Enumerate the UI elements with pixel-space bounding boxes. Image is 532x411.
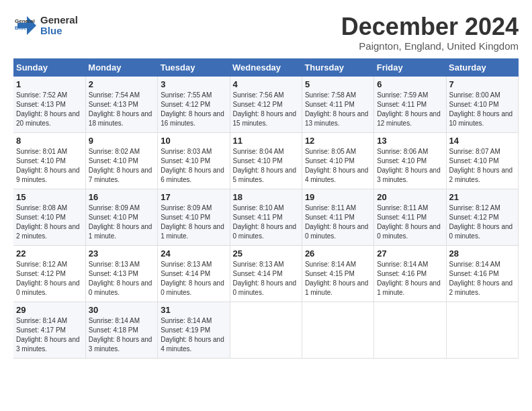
day-number: 5 (305, 79, 371, 89)
calendar-cell: 28Sunrise: 8:14 AMSunset: 4:16 PMDayligh… (446, 245, 518, 302)
day-info: Sunrise: 8:05 AMSunset: 4:10 PMDaylight:… (305, 147, 371, 185)
day-number: 28 (449, 248, 515, 259)
day-info: Sunrise: 8:01 AMSunset: 4:10 PMDaylight:… (16, 147, 83, 185)
location: Paignton, England, United Kingdom (341, 40, 519, 52)
calendar-cell: 14Sunrise: 8:07 AMSunset: 4:10 PMDayligh… (446, 132, 518, 189)
day-info: Sunrise: 8:03 AMSunset: 4:10 PMDaylight:… (161, 147, 226, 185)
calendar-cell: 2Sunrise: 7:54 AMSunset: 4:13 PMDaylight… (85, 77, 157, 133)
calendar-cell (230, 302, 302, 358)
calendar-week-row: 15Sunrise: 8:08 AMSunset: 4:10 PMDayligh… (13, 189, 519, 245)
day-info: Sunrise: 7:54 AMSunset: 4:13 PMDaylight:… (89, 91, 154, 128)
weekday-header-sunday: Sunday (13, 58, 85, 77)
calendar-cell: 29Sunrise: 8:14 AMSunset: 4:17 PMDayligh… (13, 302, 85, 358)
calendar-cell: 27Sunrise: 8:14 AMSunset: 4:16 PMDayligh… (374, 245, 446, 302)
day-info: Sunrise: 8:07 AMSunset: 4:10 PMDaylight:… (449, 147, 515, 185)
weekday-header-thursday: Thursday (302, 58, 373, 77)
day-number: 20 (377, 192, 443, 202)
day-number: 30 (89, 305, 154, 315)
svg-text:Blue: Blue (15, 25, 27, 31)
day-number: 12 (305, 136, 371, 146)
calendar-cell: 24Sunrise: 8:13 AMSunset: 4:14 PMDayligh… (158, 245, 230, 302)
calendar-cell: 31Sunrise: 8:14 AMSunset: 4:19 PMDayligh… (158, 302, 230, 358)
calendar-cell (302, 302, 373, 358)
calendar-cell: 3Sunrise: 7:55 AMSunset: 4:12 PMDaylight… (158, 77, 230, 133)
calendar-cell: 5Sunrise: 7:58 AMSunset: 4:11 PMDaylight… (302, 77, 373, 133)
calendar-cell: 23Sunrise: 8:13 AMSunset: 4:13 PMDayligh… (85, 245, 157, 302)
calendar-week-row: 29Sunrise: 8:14 AMSunset: 4:17 PMDayligh… (13, 302, 519, 358)
day-info: Sunrise: 8:14 AMSunset: 4:15 PMDaylight:… (305, 260, 371, 298)
logo: General Blue General Blue (13, 13, 78, 38)
svg-text:General: General (15, 18, 35, 24)
day-number: 9 (89, 136, 154, 146)
weekday-header-wednesday: Wednesday (230, 58, 302, 77)
day-number: 25 (233, 248, 299, 259)
day-number: 15 (16, 192, 83, 202)
day-info: Sunrise: 8:10 AMSunset: 4:11 PMDaylight:… (233, 203, 299, 241)
day-info: Sunrise: 8:11 AMSunset: 4:11 PMDaylight:… (305, 203, 371, 241)
day-number: 17 (161, 192, 226, 202)
calendar-cell: 22Sunrise: 8:12 AMSunset: 4:12 PMDayligh… (13, 245, 85, 302)
calendar-cell: 30Sunrise: 8:14 AMSunset: 4:18 PMDayligh… (85, 302, 157, 358)
calendar-week-row: 22Sunrise: 8:12 AMSunset: 4:12 PMDayligh… (13, 245, 519, 302)
day-info: Sunrise: 8:08 AMSunset: 4:10 PMDaylight:… (16, 203, 83, 241)
day-number: 18 (233, 192, 299, 202)
day-info: Sunrise: 7:56 AMSunset: 4:12 PMDaylight:… (233, 91, 299, 128)
day-info: Sunrise: 8:00 AMSunset: 4:10 PMDaylight:… (449, 91, 515, 128)
day-info: Sunrise: 8:06 AMSunset: 4:10 PMDaylight:… (377, 147, 443, 185)
weekday-header-saturday: Saturday (446, 58, 518, 77)
day-info: Sunrise: 8:14 AMSunset: 4:16 PMDaylight:… (377, 260, 443, 298)
day-number: 7 (449, 79, 515, 89)
calendar-cell: 4Sunrise: 7:56 AMSunset: 4:12 PMDaylight… (230, 77, 302, 133)
day-number: 27 (377, 248, 443, 259)
day-number: 22 (16, 248, 83, 259)
calendar-cell: 7Sunrise: 8:00 AMSunset: 4:10 PMDaylight… (446, 77, 518, 133)
day-info: Sunrise: 8:13 AMSunset: 4:14 PMDaylight:… (161, 260, 226, 298)
calendar-cell: 6Sunrise: 7:59 AMSunset: 4:11 PMDaylight… (374, 77, 446, 133)
day-number: 19 (305, 192, 371, 202)
calendar-cell: 16Sunrise: 8:09 AMSunset: 4:10 PMDayligh… (85, 189, 157, 245)
calendar-cell (446, 302, 518, 358)
day-info: Sunrise: 8:14 AMSunset: 4:18 PMDaylight:… (89, 316, 154, 354)
day-info: Sunrise: 8:11 AMSunset: 4:11 PMDaylight:… (377, 203, 443, 241)
day-info: Sunrise: 8:14 AMSunset: 4:19 PMDaylight:… (161, 316, 226, 354)
calendar-week-row: 8Sunrise: 8:01 AMSunset: 4:10 PMDaylight… (13, 132, 519, 189)
day-info: Sunrise: 8:04 AMSunset: 4:10 PMDaylight:… (233, 147, 299, 185)
day-number: 1 (16, 79, 83, 89)
day-info: Sunrise: 8:09 AMSunset: 4:10 PMDaylight:… (161, 203, 226, 241)
day-info: Sunrise: 8:14 AMSunset: 4:17 PMDaylight:… (16, 316, 83, 354)
day-info: Sunrise: 8:14 AMSunset: 4:16 PMDaylight:… (449, 260, 515, 298)
page-header: General Blue General Blue December 2024 … (13, 13, 519, 52)
calendar-cell: 18Sunrise: 8:10 AMSunset: 4:11 PMDayligh… (230, 189, 302, 245)
day-number: 31 (161, 305, 226, 315)
calendar-week-row: 1Sunrise: 7:52 AMSunset: 4:13 PMDaylight… (13, 77, 519, 133)
calendar-cell: 11Sunrise: 8:04 AMSunset: 4:10 PMDayligh… (230, 132, 302, 189)
weekday-header-monday: Monday (85, 58, 157, 77)
calendar-cell: 1Sunrise: 7:52 AMSunset: 4:13 PMDaylight… (13, 77, 85, 133)
day-info: Sunrise: 8:13 AMSunset: 4:14 PMDaylight:… (233, 260, 299, 298)
day-number: 24 (161, 248, 226, 259)
day-number: 29 (16, 305, 83, 315)
day-number: 6 (377, 79, 443, 89)
day-number: 2 (89, 79, 154, 89)
weekday-header-row: SundayMondayTuesdayWednesdayThursdayFrid… (13, 58, 519, 77)
day-number: 16 (89, 192, 154, 202)
logo-text: General Blue (40, 15, 78, 37)
day-number: 14 (449, 136, 515, 146)
day-number: 26 (305, 248, 371, 259)
calendar-cell: 13Sunrise: 8:06 AMSunset: 4:10 PMDayligh… (374, 132, 446, 189)
calendar-cell: 12Sunrise: 8:05 AMSunset: 4:10 PMDayligh… (302, 132, 373, 189)
day-number: 13 (377, 136, 443, 146)
day-info: Sunrise: 8:13 AMSunset: 4:13 PMDaylight:… (89, 260, 154, 298)
weekday-header-tuesday: Tuesday (158, 58, 230, 77)
day-number: 10 (161, 136, 226, 146)
day-info: Sunrise: 8:12 AMSunset: 4:12 PMDaylight:… (449, 203, 515, 241)
calendar-cell: 10Sunrise: 8:03 AMSunset: 4:10 PMDayligh… (158, 132, 230, 189)
calendar-cell: 20Sunrise: 8:11 AMSunset: 4:11 PMDayligh… (374, 189, 446, 245)
logo-icon: General Blue (13, 13, 38, 38)
day-info: Sunrise: 8:12 AMSunset: 4:12 PMDaylight:… (16, 260, 83, 298)
day-number: 23 (89, 248, 154, 259)
title-section: December 2024 Paignton, England, United … (341, 13, 519, 52)
day-info: Sunrise: 7:52 AMSunset: 4:13 PMDaylight:… (16, 91, 83, 128)
calendar-cell: 17Sunrise: 8:09 AMSunset: 4:10 PMDayligh… (158, 189, 230, 245)
day-info: Sunrise: 7:58 AMSunset: 4:11 PMDaylight:… (305, 91, 371, 128)
